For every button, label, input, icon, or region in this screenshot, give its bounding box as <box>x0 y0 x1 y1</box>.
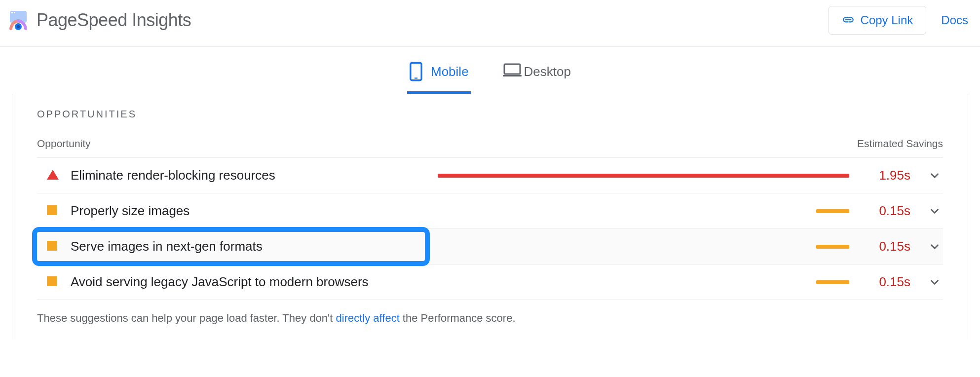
savings-bar-area <box>438 245 849 249</box>
footer-note: These suggestions can help your page loa… <box>37 300 943 325</box>
svg-rect-8 <box>503 75 522 76</box>
header: PageSpeed Insights Copy Link Docs <box>0 0 980 47</box>
copy-link-button[interactable]: Copy Link <box>829 6 927 35</box>
opportunity-label: Eliminate render-blocking resources <box>71 168 426 183</box>
opportunities-section: OPPORTUNITIES Opportunity Estimated Savi… <box>12 94 968 339</box>
col-opportunity: Opportunity <box>37 138 91 150</box>
savings-value: 0.15s <box>866 203 910 219</box>
svg-point-4 <box>17 25 20 28</box>
chevron-down-icon[interactable] <box>929 170 940 181</box>
app-title: PageSpeed Insights <box>37 10 191 31</box>
chevron-down-icon[interactable] <box>929 277 940 288</box>
opportunity-label: Serve images in next-gen formats <box>71 239 426 254</box>
opportunity-row[interactable]: Properly size images 0.15s <box>37 193 943 229</box>
square-orange-icon <box>47 276 59 288</box>
savings-bar <box>816 245 849 249</box>
chevron-down-icon[interactable] <box>929 241 940 252</box>
savings-bar <box>816 280 849 284</box>
chevron-down-icon[interactable] <box>929 206 940 217</box>
section-title: OPPORTUNITIES <box>37 109 943 120</box>
footer-prefix: These suggestions can help your page loa… <box>37 312 336 324</box>
opportunity-row[interactable]: Avoid serving legacy JavaScript to moder… <box>37 264 943 300</box>
header-right: Copy Link Docs <box>829 6 968 35</box>
copy-link-label: Copy Link <box>861 13 913 27</box>
col-savings: Estimated Savings <box>857 138 943 150</box>
device-tabs: Mobile Desktop <box>0 47 980 94</box>
svg-rect-1 <box>11 12 13 13</box>
svg-rect-2 <box>14 12 15 13</box>
tab-desktop[interactable]: Desktop <box>500 58 573 94</box>
footer-link[interactable]: directly affect <box>336 312 400 324</box>
triangle-red-icon <box>47 170 59 182</box>
docs-link[interactable]: Docs <box>941 13 968 27</box>
savings-bar-area <box>438 174 849 178</box>
opportunity-row[interactable]: Eliminate render-blocking resources 1.95… <box>37 158 943 193</box>
savings-bar <box>438 174 849 178</box>
opportunity-label: Avoid serving legacy JavaScript to moder… <box>71 274 426 290</box>
svg-rect-6 <box>415 77 418 78</box>
square-orange-icon <box>47 205 59 217</box>
desktop-icon <box>502 62 516 81</box>
pagespeed-logo-icon <box>8 10 29 31</box>
tab-mobile[interactable]: Mobile <box>407 58 471 94</box>
footer-suffix: the Performance score. <box>400 312 516 324</box>
savings-value: 0.15s <box>866 239 910 254</box>
square-orange-icon <box>47 241 59 253</box>
savings-bar-area <box>438 209 849 213</box>
table-header: Opportunity Estimated Savings <box>37 138 943 158</box>
tab-desktop-label: Desktop <box>524 64 571 79</box>
tab-mobile-label: Mobile <box>431 64 469 79</box>
savings-value: 1.95s <box>866 168 910 183</box>
mobile-icon <box>409 62 423 81</box>
savings-bar-area <box>438 280 849 284</box>
svg-rect-7 <box>504 64 520 74</box>
savings-bar <box>816 209 849 213</box>
header-left: PageSpeed Insights <box>8 10 191 31</box>
link-icon <box>842 13 855 27</box>
opportunity-row[interactable]: Serve images in next-gen formats 0.15s <box>37 229 943 264</box>
opportunity-label: Properly size images <box>71 203 426 219</box>
savings-value: 0.15s <box>866 274 910 290</box>
